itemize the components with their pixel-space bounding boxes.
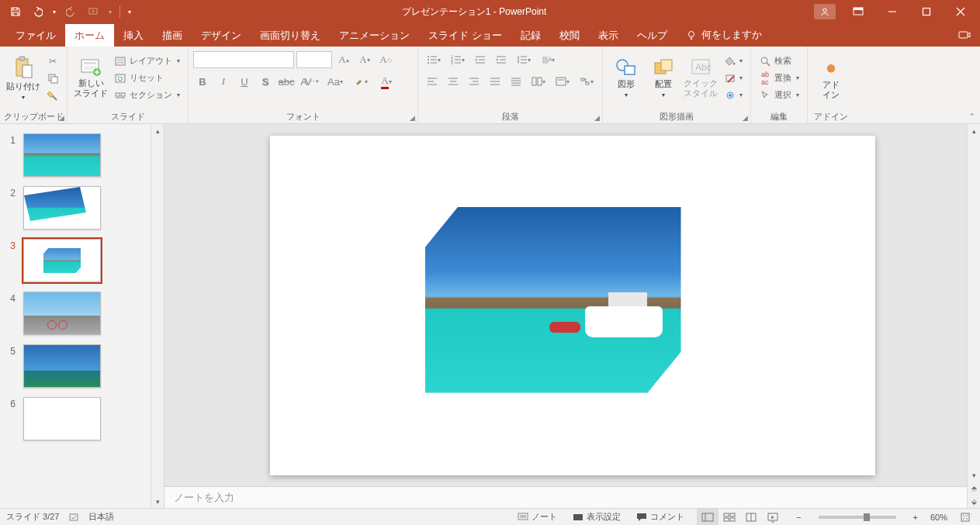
find-button[interactable]: 検索 <box>756 54 802 69</box>
scroll-up-icon[interactable]: ▴ <box>968 124 980 137</box>
italic-button[interactable]: I <box>214 73 233 90</box>
slide-counter[interactable]: スライド 3/27 <box>6 511 59 523</box>
reading-view-icon[interactable] <box>740 509 762 526</box>
drawing-launcher-icon[interactable]: ◢ <box>743 114 748 122</box>
clear-formatting-button[interactable]: A◇ <box>376 51 395 68</box>
font-launcher-icon[interactable]: ◢ <box>410 114 415 122</box>
columns-button[interactable]: ▾ <box>528 73 549 90</box>
section-button[interactable]: セクション▾ <box>111 88 183 103</box>
strikethrough-button[interactable]: abc <box>277 73 296 90</box>
slide-thumbnail[interactable]: 4 <box>3 287 164 340</box>
layout-button[interactable]: レイアウト▾ <box>111 54 183 69</box>
close-icon[interactable] <box>944 0 977 23</box>
font-family-combo[interactable] <box>193 51 294 68</box>
tab-view[interactable]: 表示 <box>589 24 628 47</box>
zoom-slider[interactable] <box>819 516 896 519</box>
justify-button[interactable] <box>486 73 504 90</box>
text-direction-button[interactable]: |||A▾ <box>537 51 559 68</box>
notes-pane[interactable]: ノートを入力 <box>164 486 980 508</box>
slide-image[interactable] <box>425 207 681 393</box>
scroll-down-icon[interactable]: ▾ <box>151 495 164 508</box>
normal-view-icon[interactable] <box>697 509 719 526</box>
replace-button[interactable]: abac置換▾ <box>756 71 802 86</box>
shapes-button[interactable]: 図形▾ <box>608 53 645 104</box>
new-slide-button[interactable]: 新しい スライド <box>72 53 109 104</box>
numbering-button[interactable]: 123▾ <box>447 51 469 68</box>
shape-fill-button[interactable]: ▾ <box>721 54 746 69</box>
zoom-in-button[interactable]: + <box>910 509 921 525</box>
scroll-down-icon[interactable]: ▾ <box>968 468 980 482</box>
paragraph-launcher-icon[interactable]: ◢ <box>594 114 600 122</box>
quick-styles-button[interactable]: Abc クイック スタイル <box>682 53 719 104</box>
qat-dropdown-icon[interactable]: ▾ <box>106 2 115 21</box>
reset-button[interactable]: リセット <box>111 71 183 86</box>
slide-thumbnail[interactable]: 5 <box>3 340 164 392</box>
tab-home[interactable]: ホーム <box>65 24 114 47</box>
scroll-up-icon[interactable]: ▴ <box>151 124 164 137</box>
language-indicator[interactable]: 日本語 <box>88 511 114 523</box>
canvas-vertical-scrollbar[interactable]: ▴ ▾ ⬘ ⬙ <box>967 124 980 508</box>
bullets-button[interactable]: ▾ <box>423 51 445 68</box>
highlight-button[interactable]: ▾ <box>349 73 372 90</box>
maximize-icon[interactable] <box>910 0 943 23</box>
zoom-out-button[interactable]: − <box>793 509 804 525</box>
slide-thumbnail[interactable]: 2 <box>3 181 164 234</box>
clipboard-launcher-icon[interactable]: ◢ <box>59 114 64 122</box>
slide-stage[interactable] <box>164 124 980 486</box>
prev-slide-icon[interactable]: ⬘ <box>968 482 980 495</box>
slideshow-view-icon[interactable] <box>762 509 784 526</box>
share-icon[interactable] <box>949 23 980 47</box>
align-center-button[interactable] <box>444 73 462 90</box>
tab-transitions[interactable]: 画面切り替え <box>251 24 330 47</box>
cut-button[interactable]: ✂ <box>43 54 62 69</box>
slide-thumbnail[interactable]: 1 <box>3 129 164 181</box>
char-spacing-button[interactable]: AV↔▾ <box>298 73 321 90</box>
shape-effects-button[interactable]: ▾ <box>721 88 746 103</box>
distributed-button[interactable] <box>507 73 525 90</box>
spell-check-icon[interactable] <box>68 512 79 523</box>
tab-file[interactable]: ファイル <box>6 24 65 47</box>
font-size-combo[interactable] <box>296 51 332 68</box>
tab-record[interactable]: 記録 <box>511 24 550 47</box>
thumbnail-scrollbar[interactable]: ▴ ▾ <box>151 124 164 508</box>
bold-button[interactable]: B <box>193 73 212 90</box>
shadow-button[interactable]: S <box>256 73 275 90</box>
smartart-button[interactable]: ▾ <box>576 73 597 90</box>
ribbon-display-options-icon[interactable] <box>842 0 874 23</box>
format-painter-button[interactable] <box>43 88 62 103</box>
tell-me-search[interactable]: 何をしますか <box>677 23 771 47</box>
align-left-button[interactable] <box>423 73 442 90</box>
next-slide-icon[interactable]: ⬙ <box>968 495 980 508</box>
collapse-ribbon-icon[interactable]: ⌃ <box>968 112 975 122</box>
copy-button[interactable] <box>43 71 62 86</box>
change-case-button[interactable]: Aa▾ <box>324 73 347 90</box>
tab-animations[interactable]: アニメーション <box>330 24 419 47</box>
tab-help[interactable]: ヘルプ <box>628 24 677 47</box>
font-color-button[interactable]: A▾ <box>375 73 398 90</box>
arrange-button[interactable]: 配置▾ <box>645 53 682 104</box>
tab-draw[interactable]: 描画 <box>153 24 192 47</box>
select-button[interactable]: 選択▾ <box>756 88 802 103</box>
grow-font-button[interactable]: A▴ <box>334 51 353 68</box>
save-icon[interactable] <box>6 2 25 21</box>
start-from-beginning-icon[interactable] <box>84 2 102 21</box>
addins-button[interactable]: ● アド イン <box>812 53 850 104</box>
shrink-font-button[interactable]: A▾ <box>355 51 374 68</box>
minimize-icon[interactable] <box>876 0 909 23</box>
account-icon[interactable] <box>814 4 836 19</box>
align-text-button[interactable]: ▾ <box>552 73 573 90</box>
tab-slideshow[interactable]: スライド ショー <box>419 24 511 47</box>
zoom-level[interactable]: 60% <box>930 513 947 522</box>
fit-to-window-icon[interactable] <box>957 509 974 525</box>
slide-thumbnail[interactable]: 3 <box>3 234 164 287</box>
align-right-button[interactable] <box>465 73 483 90</box>
line-spacing-button[interactable]: ▾ <box>513 51 535 68</box>
paste-button[interactable]: 貼り付け ▾ <box>5 53 42 104</box>
tab-design[interactable]: デザイン <box>192 24 251 47</box>
notes-button[interactable]: ノート <box>514 509 560 525</box>
comments-button[interactable]: コメント <box>633 509 687 525</box>
tab-insert[interactable]: 挿入 <box>114 24 153 47</box>
undo-icon[interactable] <box>28 2 47 21</box>
slide-sorter-view-icon[interactable] <box>719 509 740 526</box>
display-settings-button[interactable]: 表示設定 <box>570 509 624 525</box>
